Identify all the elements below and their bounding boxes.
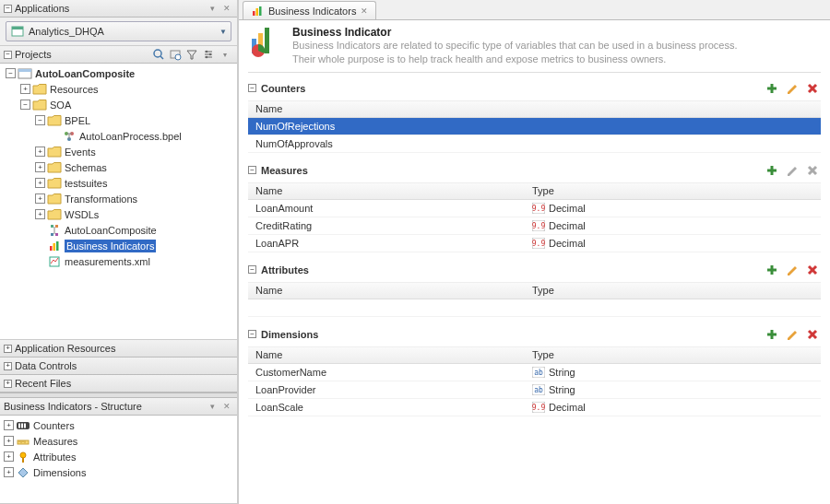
column-header-name[interactable]: Name: [248, 101, 525, 117]
panel-menu-icon[interactable]: ▾: [206, 400, 219, 414]
collapse-icon[interactable]: −: [20, 100, 30, 110]
expand-icon[interactable]: +: [4, 380, 12, 388]
table-row[interactable]: CustomerNameabString: [248, 364, 821, 381]
toolbar-button-1[interactable]: [150, 47, 167, 63]
expand-icon[interactable]: +: [4, 362, 12, 370]
collapse-icon[interactable]: −: [248, 166, 256, 174]
tree-item[interactable]: +Events: [0, 144, 237, 159]
add-button[interactable]: [764, 326, 780, 343]
svg-rect-20: [55, 225, 58, 228]
table-row[interactable]: NumOfApprovals: [248, 135, 821, 153]
table-row[interactable]: NumOfRejections: [248, 118, 821, 135]
panel-menu-icon[interactable]: ▾: [206, 2, 219, 16]
edit-button[interactable]: [784, 262, 800, 278]
type-icon: ab: [532, 366, 545, 379]
structure-item[interactable]: +Counters: [0, 417, 237, 433]
applications-header: − Applications ▾ ✕: [0, 0, 237, 18]
expand-icon[interactable]: +: [35, 162, 45, 172]
table-row[interactable]: LoanScale9.9Decimal: [248, 399, 821, 416]
column-header-name[interactable]: Name: [248, 347, 525, 363]
toolbar-settings-icon[interactable]: [200, 47, 217, 63]
collapse-icon[interactable]: −: [248, 84, 256, 92]
folder-icon: [47, 146, 62, 158]
toolbar-button-2[interactable]: [167, 47, 184, 63]
delete-button[interactable]: [804, 326, 821, 343]
application-resources-header[interactable]: + Application Resources: [0, 340, 237, 357]
cell-type: 9.9Decimal: [525, 235, 821, 252]
expand-icon[interactable]: +: [4, 345, 12, 353]
delete-button[interactable]: [804, 262, 821, 278]
expand-icon[interactable]: +: [35, 209, 45, 219]
collapse-icon[interactable]: −: [248, 265, 256, 274]
type-icon: 9.9: [532, 401, 545, 414]
tab-business-indicators[interactable]: Business Indicators ✕: [243, 1, 376, 19]
section-title: Measures: [261, 165, 764, 176]
toolbar-filter-icon[interactable]: [184, 47, 200, 63]
add-button[interactable]: [764, 162, 780, 179]
structure-item[interactable]: +Attributes: [0, 449, 237, 464]
folder-icon: [32, 83, 47, 96]
section-title: Attributes: [261, 264, 764, 275]
expand-icon[interactable]: +: [4, 436, 14, 446]
tree-item[interactable]: −SOA: [0, 97, 237, 112]
tree-item[interactable]: +Resources: [0, 81, 237, 97]
tree-item[interactable]: +testsuites: [0, 175, 237, 191]
recent-files-header[interactable]: + Recent Files: [0, 375, 237, 393]
tree-item[interactable]: Business Indicators: [0, 238, 237, 253]
expand-icon[interactable]: +: [35, 147, 45, 157]
column-header-type[interactable]: Type: [525, 283, 821, 299]
tree-item[interactable]: +WSDLs: [0, 206, 237, 222]
panel-close-icon[interactable]: ✕: [219, 2, 233, 16]
table-row[interactable]: LoanAPR9.9Decimal: [248, 235, 821, 252]
tree-item[interactable]: measurements.xml: [0, 253, 237, 269]
business-indicator-icon: [248, 26, 285, 59]
panel-close-icon[interactable]: ✕: [219, 400, 233, 414]
tree-item[interactable]: AutoLoanProcess.bpel: [0, 128, 237, 144]
structure-item[interactable]: +Measures: [0, 433, 237, 449]
projects-header: − Projects ▾: [0, 46, 237, 64]
add-button[interactable]: [764, 80, 780, 97]
cell-name: CustomerName: [248, 365, 525, 380]
tab-close-icon[interactable]: ✕: [361, 6, 368, 16]
tree-item[interactable]: AutoLoanComposite: [0, 222, 237, 238]
expand-icon[interactable]: +: [35, 193, 45, 204]
toolbar-menu-icon[interactable]: ▾: [217, 47, 233, 63]
tree-item[interactable]: −BPEL: [0, 112, 237, 128]
expand-icon[interactable]: +: [20, 84, 30, 94]
edit-button: [784, 162, 800, 179]
add-button[interactable]: [764, 262, 780, 278]
column-header-name[interactable]: Name: [248, 283, 525, 299]
dimensions-icon: [16, 466, 30, 479]
cell-name: LoanScale: [248, 400, 525, 415]
tree-item[interactable]: −AutoLoanComposite: [0, 65, 237, 81]
expand-icon[interactable]: +: [4, 420, 14, 430]
table-row[interactable]: CreditRating9.9Decimal: [248, 217, 821, 235]
tree-item[interactable]: +Schemas: [0, 159, 237, 175]
table-row[interactable]: LoanProviderabString: [248, 381, 821, 399]
structure-item[interactable]: +Dimensions: [0, 464, 237, 480]
svg-rect-26: [56, 241, 59, 251]
expand-icon[interactable]: +: [4, 451, 14, 462]
tree-item-label: SOA: [50, 100, 71, 111]
data-controls-header[interactable]: + Data Controls: [0, 357, 237, 375]
collapse-icon[interactable]: −: [248, 330, 256, 338]
composite-icon: [47, 224, 62, 237]
collapse-icon[interactable]: −: [35, 115, 45, 125]
expand-icon[interactable]: +: [4, 467, 14, 477]
expand-icon[interactable]: +: [35, 178, 45, 188]
tree-item[interactable]: +Transformations: [0, 191, 237, 206]
delete-button[interactable]: [804, 80, 821, 97]
table-row[interactable]: LoanAmount9.9Decimal: [248, 200, 821, 217]
edit-button[interactable]: [784, 326, 800, 343]
svg-rect-42: [259, 6, 262, 16]
column-header-name[interactable]: Name: [248, 183, 525, 199]
application-selector[interactable]: Analytics_DHQA ▼: [6, 21, 231, 41]
column-header-type[interactable]: Type: [525, 183, 821, 199]
column-header-type[interactable]: Type: [525, 347, 821, 363]
collapse-icon[interactable]: −: [4, 5, 12, 13]
edit-button[interactable]: [784, 80, 800, 97]
svg-text:ab: ab: [534, 386, 543, 394]
collapse-icon[interactable]: −: [6, 68, 16, 78]
collapse-icon[interactable]: −: [4, 51, 12, 59]
svg-rect-13: [18, 69, 31, 72]
